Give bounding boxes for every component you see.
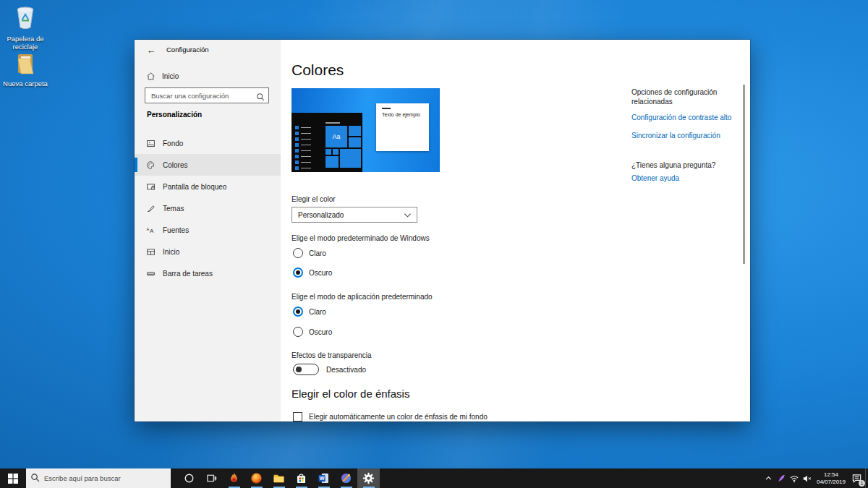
taskbar-app-settings[interactable] xyxy=(357,468,380,488)
tray-expand-button[interactable] xyxy=(762,468,775,488)
settings-search-input[interactable] xyxy=(145,87,269,103)
question-text: ¿Tienes alguna pregunta? xyxy=(631,161,747,169)
settings-gear-icon xyxy=(362,472,375,484)
transparency-label: Efectos de transparencia xyxy=(292,351,372,359)
settings-sidebar: ← Configuración Inicio Personalización xyxy=(135,40,281,421)
sidebar-item-label: Pantalla de bloqueo xyxy=(163,183,226,191)
taskbar-app-file-explorer[interactable] xyxy=(268,468,290,488)
folder-icon xyxy=(13,65,38,77)
taskbar-app-firefox[interactable] xyxy=(245,468,268,488)
tray-volume-button[interactable] xyxy=(801,468,814,488)
microsoft-store-icon xyxy=(295,472,307,484)
sidebar-item-pantalla-de-bloqueo[interactable]: Pantalla de bloqueo xyxy=(135,176,281,197)
firefox-app-icon xyxy=(250,472,263,484)
desktop-icon-label: Papelera de reciclaje xyxy=(0,35,51,51)
desktop-icon-nueva-carpeta[interactable]: Nueva carpeta xyxy=(0,52,51,87)
chevron-down-icon xyxy=(404,211,411,219)
preview-sample-dash xyxy=(382,108,391,109)
desktop-icon-recycle-bin[interactable]: Papelera de reciclaje xyxy=(0,4,51,51)
app-mode-oscuro-radio[interactable]: Oscuro xyxy=(293,327,332,337)
clock-date: 04/07/2019 xyxy=(814,479,848,486)
radio-unselected-icon xyxy=(293,327,303,337)
desktop-icon-label: Nueva carpeta xyxy=(0,80,51,87)
checkbox-unchecked-icon[interactable] xyxy=(293,412,302,421)
sidebar-item-inicio-menu[interactable]: Inicio xyxy=(135,241,281,262)
preview-rail-row xyxy=(295,132,311,135)
windows-mode-oscuro-radio[interactable]: Oscuro xyxy=(293,267,332,278)
preview-rail-row xyxy=(295,149,311,153)
taskbar-search-input[interactable] xyxy=(44,474,160,482)
preview-tiles-dash xyxy=(326,122,340,124)
clock-time: 12:54 xyxy=(814,471,848,479)
radio-label: Claro xyxy=(309,308,326,316)
cortana-icon xyxy=(184,473,195,484)
themes-icon xyxy=(145,203,156,213)
get-help-link[interactable]: Obtener ayuda xyxy=(631,174,747,182)
color-dropdown[interactable]: Personalizado xyxy=(292,207,417,223)
preview-rail-row xyxy=(295,166,311,170)
taskbar-app-word[interactable]: W xyxy=(312,468,335,488)
system-tray: 12:54 04/07/2019 1 xyxy=(762,468,864,488)
windows-mode-label: Elige el modo predeterminado de Windows xyxy=(292,234,430,242)
preview-tile xyxy=(326,156,339,168)
cortana-button[interactable] xyxy=(178,468,200,488)
sidebar-item-label: Temas xyxy=(163,205,184,213)
tray-network-button[interactable] xyxy=(788,468,801,488)
paint3d-icon xyxy=(340,472,352,484)
show-desktop-button[interactable] xyxy=(865,468,868,488)
taskbar-app-flame[interactable] xyxy=(223,468,245,488)
speaker-muted-icon xyxy=(802,474,812,484)
file-explorer-icon xyxy=(273,472,285,484)
sidebar-item-label: Fuentes xyxy=(163,226,189,234)
sidebar-section-title: Personalización xyxy=(147,111,202,119)
radio-label: Claro xyxy=(309,249,326,257)
word-icon: W xyxy=(318,472,330,484)
auto-accent-checkbox-row[interactable]: Elegir automáticamente un color de énfas… xyxy=(293,412,488,421)
scrollbar-thumb[interactable] xyxy=(743,85,745,264)
sidebar-item-barra-de-tareas[interactable]: Barra de tareas xyxy=(135,262,281,284)
preview-tile xyxy=(349,137,361,147)
taskbar-app-paint3d[interactable] xyxy=(335,468,357,488)
sidebar-item-home[interactable]: Inicio xyxy=(135,67,281,85)
page-title: Colores xyxy=(292,61,344,79)
task-view-button[interactable] xyxy=(200,468,223,488)
transparency-toggle[interactable] xyxy=(293,364,319,375)
auto-accent-checkbox-label: Elegir automáticamente un color de énfas… xyxy=(309,413,488,421)
tray-pen-button[interactable] xyxy=(775,468,788,488)
start-menu-icon xyxy=(145,247,156,257)
task-view-icon xyxy=(206,473,217,484)
radio-unselected-icon xyxy=(293,248,303,258)
preview-rail-row xyxy=(295,160,311,164)
color-dropdown-value: Personalizado xyxy=(298,211,344,219)
back-button[interactable]: ← xyxy=(143,43,159,57)
taskbar-icon xyxy=(145,268,156,278)
windows-mode-claro-radio[interactable]: Claro xyxy=(293,248,326,258)
chevron-up-icon xyxy=(765,474,773,482)
taskbar-search-box[interactable] xyxy=(26,468,171,488)
app-mode-claro-radio[interactable]: Claro xyxy=(293,307,326,317)
app-mode-label: Elige el modo de aplicación predetermina… xyxy=(292,293,433,301)
svg-text:A: A xyxy=(146,226,149,231)
recycle-bin-icon xyxy=(13,20,38,33)
sidebar-item-temas[interactable]: Temas xyxy=(135,197,281,219)
sidebar-item-fuentes[interactable]: A A Fuentes xyxy=(135,219,281,241)
preview-sample-window: Texto de ejemplo xyxy=(376,103,429,151)
sidebar-item-fondo[interactable]: Fondo xyxy=(135,132,281,154)
preview-rail-row xyxy=(295,155,311,158)
taskbar-app-store[interactable] xyxy=(290,468,312,488)
search-icon xyxy=(256,91,265,104)
svg-text:A: A xyxy=(149,228,153,234)
start-button[interactable] xyxy=(0,468,26,488)
taskbar: W xyxy=(0,468,868,488)
related-heading: Opciones de configuración relacionadas xyxy=(631,88,747,106)
sidebar-item-colores[interactable]: Colores xyxy=(135,154,281,176)
sync-settings-link[interactable]: Sincronizar la configuración xyxy=(631,132,747,140)
high-contrast-link[interactable]: Configuración de contraste alto xyxy=(631,114,747,121)
action-center-button[interactable]: 1 xyxy=(848,468,864,488)
radio-label: Oscuro xyxy=(309,269,332,277)
sidebar-item-label: Colores xyxy=(163,161,187,169)
taskbar-clock[interactable]: 12:54 04/07/2019 xyxy=(814,471,848,486)
windows-logo-icon xyxy=(8,474,18,484)
preview-tile xyxy=(326,149,331,155)
palette-icon xyxy=(145,160,156,170)
